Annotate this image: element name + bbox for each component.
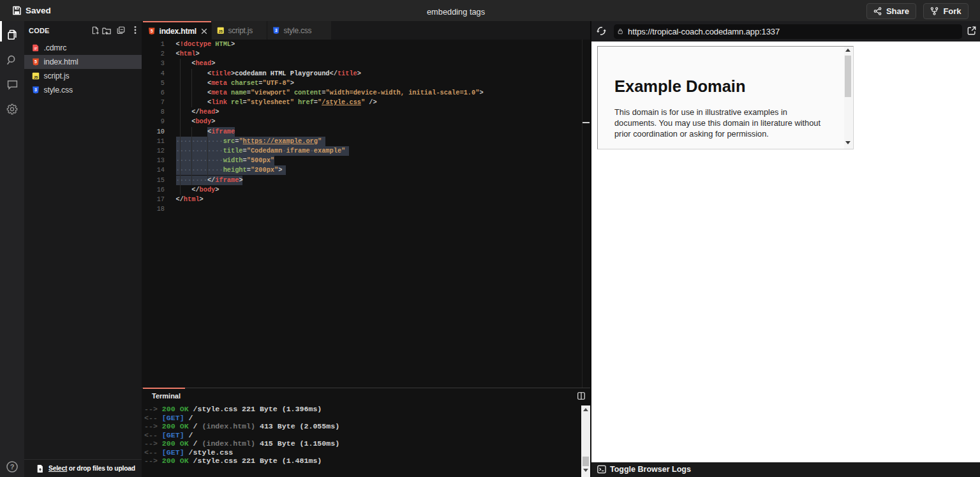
svg-text:5: 5 (34, 59, 37, 64)
svg-text:3: 3 (275, 28, 278, 33)
svg-text:5: 5 (151, 29, 153, 33)
svg-text:JS: JS (34, 75, 38, 79)
svg-text:3: 3 (34, 87, 37, 92)
svg-text:JS: JS (219, 29, 223, 33)
svg-text:?: ? (10, 463, 15, 471)
